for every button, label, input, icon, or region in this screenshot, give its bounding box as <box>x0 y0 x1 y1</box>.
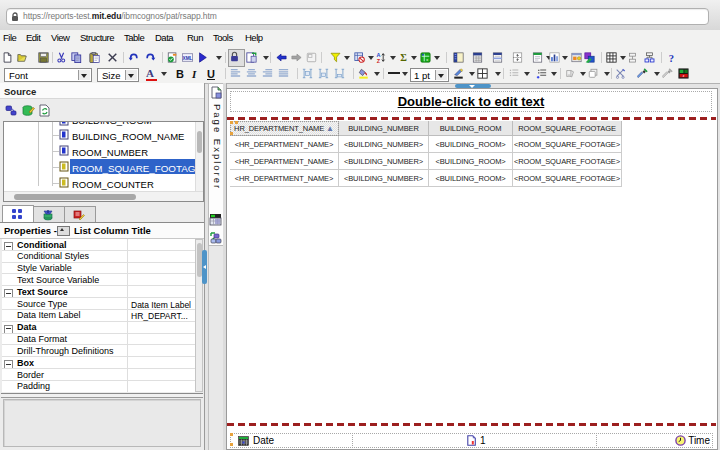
svg-text:x: x <box>426 58 428 62</box>
svg-text:?: ? <box>669 52 674 62</box>
svg-text:Σ: Σ <box>400 52 407 63</box>
svg-text:XML: XML <box>183 55 193 60</box>
svg-text:Z: Z <box>377 57 381 62</box>
